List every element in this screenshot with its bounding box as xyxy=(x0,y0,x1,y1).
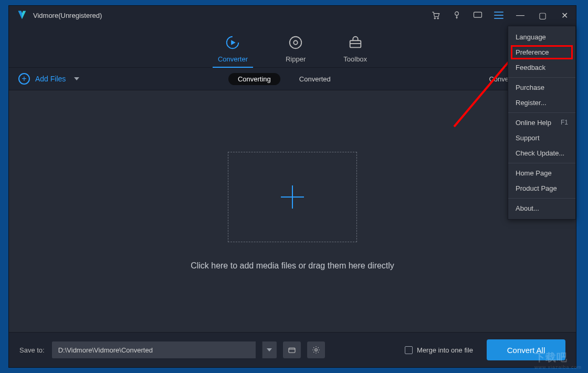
toolbox-icon xyxy=(347,34,364,51)
menu-separator xyxy=(508,198,575,199)
menu-separator xyxy=(508,77,575,78)
menu-product-page[interactable]: Product Page xyxy=(508,181,575,196)
status-segment: Converting Converted xyxy=(228,73,340,85)
tab-converter[interactable]: Converter xyxy=(218,34,248,67)
menu-feedback[interactable]: Feedback xyxy=(508,60,575,75)
minimize-button[interactable]: — xyxy=(513,11,528,20)
drop-area[interactable]: Click here to add media files or drag th… xyxy=(9,90,576,333)
key-icon[interactable] xyxy=(450,8,464,22)
add-files-button[interactable]: Add Files xyxy=(18,73,79,85)
menu-separator xyxy=(508,163,575,163)
save-to-label: Save to: xyxy=(19,346,45,354)
open-folder-button[interactable] xyxy=(283,341,301,358)
main-tabs: Converter Ripper Toolbox xyxy=(9,25,576,68)
menu-separator xyxy=(508,112,575,113)
toolbar: Add Files Converting Converted Convert A… xyxy=(9,68,576,90)
plus-circle-icon xyxy=(18,73,30,85)
svg-point-6 xyxy=(290,37,302,49)
menu-home-page[interactable]: Home Page xyxy=(508,165,575,181)
segment-converted[interactable]: Converted xyxy=(290,73,340,85)
svg-rect-3 xyxy=(474,12,482,17)
menu-icon[interactable] xyxy=(492,8,506,22)
app-window: Vidmore(Unregistered) — ▢ ✕ Con xyxy=(8,5,576,368)
app-logo-icon xyxy=(16,9,28,21)
drop-hint: Click here to add media files or drag th… xyxy=(191,261,394,271)
svg-point-10 xyxy=(314,349,317,351)
svg-rect-9 xyxy=(289,348,295,353)
merge-label: Merge into one file xyxy=(417,346,473,354)
tab-label: Converter xyxy=(218,55,248,63)
svg-point-2 xyxy=(455,12,459,15)
converter-icon xyxy=(224,34,241,51)
app-title: Vidmore(Unregistered) xyxy=(33,12,102,19)
watermark: 下载吧 www.xiazaiba.com xyxy=(534,350,582,370)
menu-preference[interactable]: Preference xyxy=(511,46,572,59)
checkbox-icon xyxy=(405,346,413,354)
titlebar: Vidmore(Unregistered) — ▢ ✕ xyxy=(9,6,576,25)
main-menu-dropdown: Language Preference Feedback Purchase Re… xyxy=(508,26,576,220)
add-files-label: Add Files xyxy=(35,75,66,83)
menu-about[interactable]: About... xyxy=(508,201,575,216)
menu-purchase[interactable]: Purchase xyxy=(508,80,575,95)
svg-point-7 xyxy=(293,40,298,45)
menu-language[interactable]: Language xyxy=(508,29,575,45)
svg-point-0 xyxy=(434,18,435,19)
tab-label: Toolbox xyxy=(343,55,367,63)
menu-register[interactable]: Register... xyxy=(508,95,575,110)
tab-toolbox[interactable]: Toolbox xyxy=(343,34,367,67)
maximize-button[interactable]: ▢ xyxy=(535,11,550,20)
settings-button[interactable] xyxy=(307,341,325,358)
svg-marker-5 xyxy=(232,40,236,45)
merge-checkbox[interactable]: Merge into one file xyxy=(405,346,473,354)
segment-converting[interactable]: Converting xyxy=(228,73,280,85)
menu-online-help[interactable]: Online HelpF1 xyxy=(508,115,575,130)
chat-icon[interactable] xyxy=(471,8,485,22)
ripper-icon xyxy=(287,34,304,51)
chevron-down-icon[interactable] xyxy=(74,77,79,80)
svg-point-1 xyxy=(437,18,438,19)
menu-check-update[interactable]: Check Update... xyxy=(508,146,575,161)
save-path-input[interactable] xyxy=(52,341,256,358)
tab-ripper[interactable]: Ripper xyxy=(286,34,306,67)
cart-icon[interactable] xyxy=(429,8,443,22)
close-button[interactable]: ✕ xyxy=(557,11,572,20)
titlebar-controls: — ▢ ✕ xyxy=(429,8,572,22)
tab-label: Ripper xyxy=(286,55,306,63)
plus-icon xyxy=(281,185,304,209)
footer: Save to: Merge into one file Convert All xyxy=(9,333,576,367)
drop-rect[interactable] xyxy=(228,152,357,242)
save-path-dropdown[interactable] xyxy=(262,341,277,358)
menu-support[interactable]: Support xyxy=(508,130,575,146)
